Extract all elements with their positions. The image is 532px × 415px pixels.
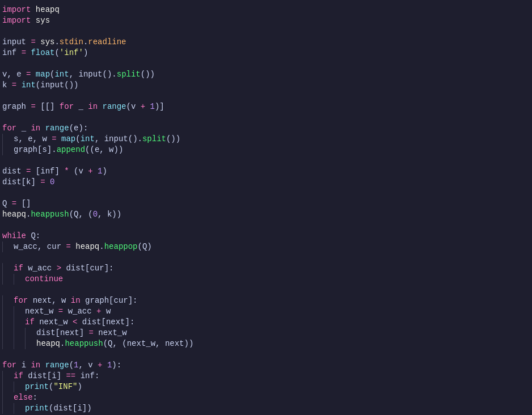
code-line (0, 58, 532, 69)
code-line: w_acc, cur = heapq.heappop(Q) (0, 242, 532, 252)
code-line: v, e = map(int, input().split()) (0, 69, 532, 80)
code-line: if w_acc > dist[cur]: (0, 263, 532, 274)
code-line (0, 220, 532, 231)
code-line: s, e, w = map(int, input().split()) (0, 134, 532, 145)
code-line: import sys (0, 15, 532, 26)
code-line (0, 155, 532, 166)
code-line: for i in range(1, v + 1): (0, 360, 532, 371)
code-line (0, 91, 532, 101)
code-line: for _ in range(e): (0, 123, 532, 134)
code-line: if next_w < dist[next]: (0, 317, 532, 328)
code-line (0, 285, 532, 295)
code-line: inf = float('inf') (0, 48, 532, 58)
code-line: graph[s].append((e, w)) (0, 145, 532, 155)
code-editor[interactable]: import heapq import sys input = sys.stdi… (0, 0, 532, 415)
code-line (0, 349, 532, 360)
code-line: import heapq (0, 5, 532, 15)
code-line: while Q: (0, 231, 532, 242)
code-line: print(dist[i]) (0, 403, 532, 414)
code-line (0, 112, 532, 123)
code-line: continue (0, 274, 532, 285)
code-line: dist = [inf] * (v + 1) (0, 166, 532, 177)
code-line: else: (0, 392, 532, 403)
code-line: dist[k] = 0 (0, 177, 532, 188)
code-line: heapq.heappush(Q, (0, k)) (0, 209, 532, 220)
code-line: next_w = w_acc + w (0, 306, 532, 317)
code-line: heapq.heappush(Q, (next_w, next)) (0, 338, 532, 349)
code-line (0, 252, 532, 263)
code-line: print("INF") (0, 382, 532, 392)
code-line: Q = [] (0, 198, 532, 209)
code-line: for next, w in graph[cur]: (0, 295, 532, 306)
code-line: k = int(input()) (0, 80, 532, 91)
code-line: input = sys.stdin.readline (0, 37, 532, 48)
code-line: graph = [[] for _ in range(v + 1)] (0, 101, 532, 112)
code-line (0, 188, 532, 198)
code-line: dist[next] = next_w (0, 328, 532, 338)
code-line (0, 26, 532, 37)
code-line: if dist[i] == inf: (0, 371, 532, 382)
